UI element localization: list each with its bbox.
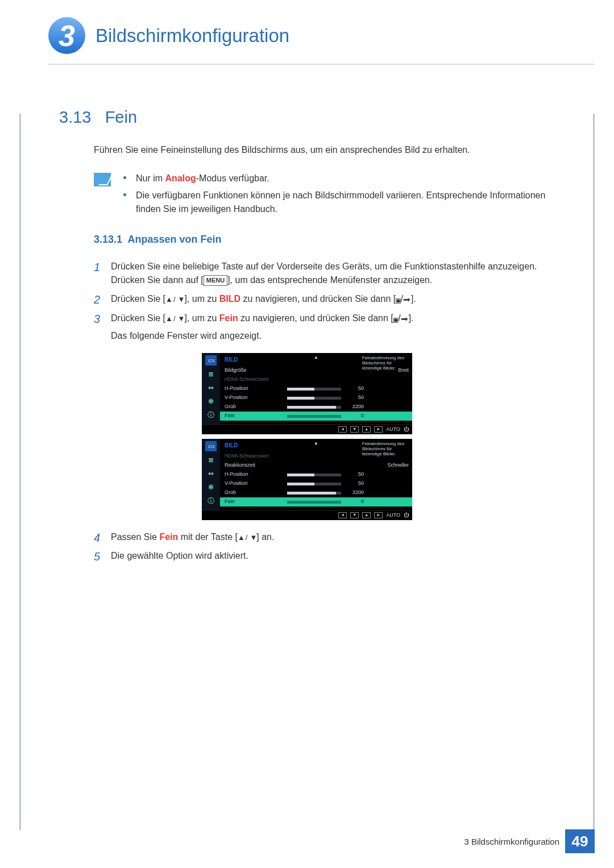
enter-key-icon (403, 294, 411, 306)
nav-left-icon: ◄ (338, 426, 347, 433)
osd-slider (287, 397, 341, 400)
step-text: mit der Taste [ (178, 532, 238, 542)
subsection-heading: 3.13.1 Anpassen von Fein (94, 232, 563, 247)
step-number: 3 (94, 310, 100, 327)
osd-tab-icon: ✻ (205, 482, 217, 492)
page-footer: 3 Bildschirmkonfiguration 49 (464, 829, 595, 853)
osd-row-label: Reaktionszeit (225, 462, 287, 470)
osd-auto-label: AUTO (386, 512, 400, 520)
step-item: 1 Drücken Sie eine beliebige Taste auf d… (94, 260, 563, 287)
nav-up-icon: ▲ (362, 512, 371, 518)
osd-row: Grob2200 (225, 488, 409, 497)
osd-row: Grob2200 (225, 402, 409, 412)
step-item: 4 Passen Sie Fein mit der Taste [/] an. (94, 530, 563, 544)
chapter-header: 3 Bildschirmkonfiguration (48, 17, 289, 54)
osd-row-label: V-Position (225, 394, 287, 402)
step-target: Fein (159, 532, 178, 542)
source-key-icon (396, 294, 400, 306)
osd-sidebar: ▭ ≣ ⇔ ✻ ⓘ (202, 353, 220, 424)
osd-auto-label: AUTO (386, 426, 400, 434)
nav-right-icon: ► (374, 426, 383, 433)
osd-row-label: HDMI-Schwarzwert (225, 452, 287, 460)
osd-row-label: H-Position (225, 385, 287, 393)
step-text: ]. (409, 313, 414, 323)
osd-row-value: 0 (343, 412, 364, 420)
subsection-number: 3.13.1 (94, 234, 122, 245)
nav-down-icon: ▼ (350, 512, 359, 518)
step-number: 4 (94, 529, 100, 546)
osd-row: V-Position50 (225, 479, 409, 488)
step-text: ], um zu (184, 294, 219, 304)
section-title: Fein (105, 108, 137, 126)
menu-key-icon: MENU (204, 275, 227, 286)
note-block: Nur im Analog-Modus verfügbar. Die verfü… (94, 172, 563, 219)
osd-tab-icon: ≣ (205, 455, 217, 465)
osd-row-value: Schneller (287, 462, 409, 470)
scroll-up-icon: ▲ (314, 354, 318, 361)
osd-slider (287, 474, 341, 476)
osd-slider (287, 492, 341, 495)
osd-row-value: 50 (343, 471, 364, 479)
chapter-number-badge: 3 (48, 17, 85, 54)
note-item: Nur im Analog-Modus verfügbar. (123, 172, 563, 185)
osd-sidebar: ▭ ≣ ⇔ ✻ ⓘ (202, 439, 220, 510)
up-down-arrows-icon: / (165, 294, 184, 305)
nav-up-icon: ▲ (362, 426, 371, 433)
osd-slider (287, 406, 341, 409)
osd-row-label: Grob (225, 403, 287, 411)
osd-slider (287, 388, 341, 391)
power-icon: ⏻ (404, 426, 409, 434)
osd-row: H-Position50 (225, 470, 409, 479)
note-text: -Modus verfügbar. (196, 173, 269, 183)
osd-row-value: 0 (343, 498, 364, 506)
osd-row-value: 2200 (343, 403, 364, 411)
osd-description: Feinabstimmung des Bildschirms für leben… (362, 441, 409, 457)
osd-row-label: Fein (225, 412, 287, 420)
scroll-up-icon: ▲ (314, 440, 318, 447)
step-text: zu navigieren, und drücken Sie dann [ (238, 313, 393, 323)
step-number: 5 (94, 548, 100, 565)
step-text: Passen Sie (111, 532, 159, 542)
osd-row-label: H-Position (225, 471, 287, 479)
note-item: Die verfügbaren Funktionen können je nac… (123, 189, 563, 216)
power-icon: ⏻ (404, 512, 409, 520)
header-rule (48, 64, 595, 65)
step-number: 1 (94, 259, 100, 276)
step-list: 1 Drücken Sie eine beliebige Taste auf d… (94, 260, 563, 563)
osd-row: V-Position50 (225, 393, 409, 402)
step-text: ], um zu (184, 313, 219, 323)
step-text: Die gewählte Option wird aktiviert. (111, 551, 248, 560)
osd-footer: ◄ ▼ ▲ ► AUTO ⏻ (202, 510, 412, 520)
osd-slider (287, 415, 341, 418)
step-item: 5 Die gewählte Option wird aktiviert. (94, 549, 563, 563)
osd-slider (287, 501, 341, 504)
page-margin-left (19, 114, 21, 830)
page-number: 49 (565, 829, 595, 853)
step-text: ]. (411, 294, 416, 304)
section-heading: 3.13 Fein (59, 108, 137, 127)
step-followup: Das folgende Fenster wird angezeigt. (111, 329, 563, 343)
step-item: 2 Drücken Sie [/], um zu BILD zu navigie… (94, 292, 563, 306)
osd-tab-picture-icon: ▭ (205, 441, 217, 451)
osd-tab-icon: ⓘ (205, 496, 217, 506)
step-item: 3 Drücken Sie [/], um zu Fein zu navigie… (94, 312, 563, 520)
enter-key-icon (401, 314, 409, 326)
step-text: ], um das entsprechende Menüfenster anzu… (227, 275, 432, 285)
osd-row-value: 2200 (343, 489, 364, 497)
osd-row: Fein0 (220, 412, 412, 421)
section-intro: Führen Sie eine Feineinstellung des Bild… (94, 143, 563, 157)
section-number: 3.13 (59, 108, 91, 126)
osd-menu: ▭ ≣ ⇔ ✻ ⓘ ▲ BILD Feinabstimmung des Bild… (202, 439, 412, 520)
note-icon (94, 173, 111, 186)
up-down-arrows-icon: / (238, 532, 256, 543)
osd-slider (287, 483, 341, 485)
osd-tab-icon: ✻ (205, 396, 217, 406)
osd-row-label: V-Position (225, 480, 287, 488)
nav-left-icon: ◄ (338, 512, 347, 518)
nav-right-icon: ► (374, 512, 383, 518)
osd-tab-icon: ⓘ (205, 410, 217, 420)
chapter-title: Bildschirmkonfiguration (96, 25, 289, 47)
step-text: Drücken Sie [ (111, 313, 165, 323)
nav-down-icon: ▼ (350, 426, 359, 433)
osd-row: ReaktionszeitSchneller (225, 461, 409, 470)
